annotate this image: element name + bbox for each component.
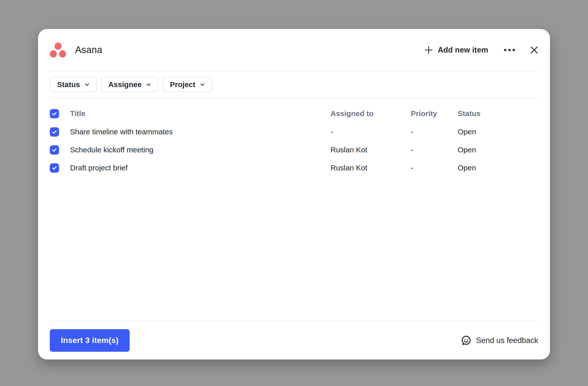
table-row: Draft project brief Ruslan Kot - Open [50,159,538,177]
send-feedback-label: Send us feedback [476,336,538,345]
column-header-status: Status [458,109,538,118]
row-title: Share timeline with teammates [70,128,331,136]
table-row: Schedule kickoff meeting Ruslan Kot - Op… [50,141,538,159]
x-icon [530,46,538,54]
row-title: Schedule kickoff meeting [70,146,331,154]
row-checkbox-cell [50,145,70,155]
asana-import-dialog: Asana Add new item Status [38,29,550,359]
row-checkbox-cell [50,127,70,137]
row-title: Draft project brief [70,164,331,172]
row-assigned-to: Ruslan Kot [331,146,411,154]
row-assigned-to: - [331,128,411,136]
row-priority: - [411,128,458,136]
filter-assignee-label: Assignee [108,80,142,89]
filter-status-button[interactable]: Status [50,77,97,92]
row-checkbox[interactable] [50,145,59,155]
row-checkbox-cell [50,163,70,173]
table-row: Share timeline with teammates - - Open [50,123,538,141]
asana-logo-icon [50,43,66,58]
chevron-down-icon [145,81,152,88]
ellipsis-icon [504,49,515,52]
table-header-row: Title Assigned to Priority Status [50,104,538,123]
more-options-button[interactable] [504,49,515,52]
items-table: Title Assigned to Priority Status Share … [38,98,550,321]
plus-icon [424,46,433,55]
close-button[interactable] [530,46,538,54]
filter-project-label: Project [170,80,195,89]
filter-project-button[interactable]: Project [163,77,212,92]
add-new-item-button[interactable]: Add new item [424,46,488,55]
dialog-header: Asana Add new item [38,29,550,71]
row-status: Open [458,128,538,136]
select-all-cell [50,109,70,118]
smiley-speech-bubble-icon [460,335,472,346]
filter-bar: Status Assignee Project [38,71,550,98]
chevron-down-icon [199,81,206,88]
row-checkbox[interactable] [50,127,59,137]
row-priority: - [411,164,458,172]
chevron-down-icon [84,81,90,88]
row-priority: - [411,146,458,154]
select-all-checkbox[interactable] [50,109,59,118]
page-title: Asana [75,45,102,55]
column-header-title: Title [70,109,331,118]
filter-assignee-button[interactable]: Assignee [101,77,158,92]
row-status: Open [458,164,538,172]
filter-status-label: Status [57,80,80,89]
row-assigned-to: Ruslan Kot [331,164,411,172]
insert-items-button[interactable]: Insert 3 item(s) [50,329,130,352]
table-body: Share timeline with teammates - - Open S… [50,123,538,177]
row-status: Open [458,146,538,154]
header-actions: Add new item [424,46,538,55]
dialog-footer: Insert 3 item(s) Send us feedback [38,321,550,359]
row-checkbox[interactable] [50,163,59,173]
column-header-assigned-to: Assigned to [331,109,411,118]
send-feedback-button[interactable]: Send us feedback [460,335,538,346]
add-new-item-label: Add new item [438,46,488,55]
column-header-priority: Priority [411,109,458,118]
